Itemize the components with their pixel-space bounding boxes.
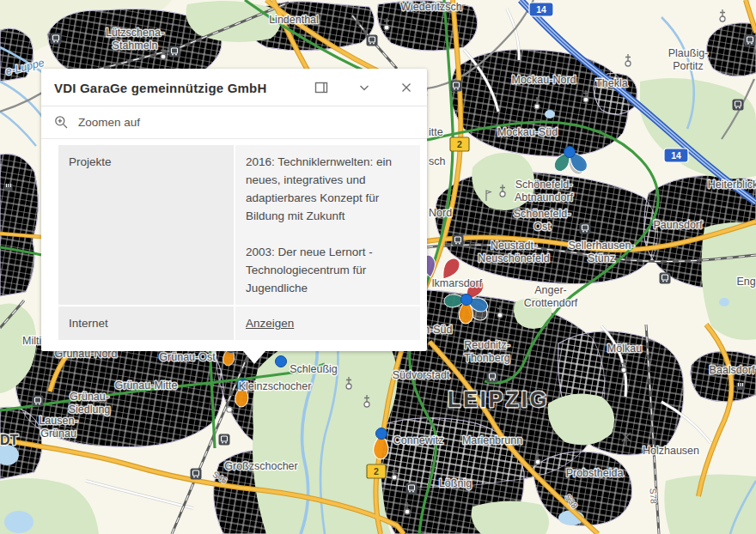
station-icon	[406, 483, 418, 495]
map-label: sch	[429, 155, 446, 167]
route-shield: 2	[367, 464, 386, 478]
map-label: Grünau-Mitte	[115, 379, 178, 391]
station-icon	[219, 434, 230, 446]
map-label: Schönefeld-Abtnaundorf	[515, 179, 574, 203]
station-icon	[51, 33, 62, 45]
map-application: 141422 WiederitzschLindenthalLützschena-…	[0, 0, 756, 534]
field-value-internet: Anzeigen	[235, 306, 420, 340]
map-label: Probstheida	[566, 467, 624, 479]
close-icon	[399, 81, 413, 94]
map-label: Lausen-Grünau	[39, 415, 77, 440]
map-label: Lützschena-Stahmeln	[106, 27, 164, 52]
map-marker[interactable]	[276, 356, 287, 367]
station-icon	[580, 223, 591, 234]
building-icon	[5, 184, 13, 191]
dock-window-button[interactable]	[313, 79, 331, 96]
station-icon	[487, 372, 498, 383]
map-label: LEIPZIG	[448, 387, 549, 411]
station-icon	[453, 235, 464, 246]
map-label: Heiterblick	[708, 179, 756, 191]
close-popup-button[interactable]	[398, 79, 415, 96]
map-label: Connewitz	[393, 434, 443, 446]
svg-text:2: 2	[457, 139, 462, 149]
map-label: Holzhausen	[643, 445, 699, 457]
station-icon	[33, 396, 44, 407]
map-label: Schleußig	[290, 363, 338, 375]
building-icon	[737, 383, 745, 390]
motorway-shield: 14	[529, 3, 553, 16]
map-label: Nord	[429, 207, 452, 219]
map-label: S78	[649, 488, 659, 505]
station-icon	[169, 46, 180, 58]
motorway-shield: 14	[664, 149, 688, 162]
feature-popup: VDI GaraGe gemeinnützige GmbH Zoomen auf…	[41, 69, 427, 351]
map-label: Lindenthal	[269, 14, 319, 26]
map-label: Kleinzschocher	[239, 380, 312, 392]
map-label: lkmarsdorf	[432, 277, 483, 289]
anzeigen-link[interactable]: Anzeigen	[246, 317, 294, 330]
zoom-to-label: Zoomen auf	[78, 116, 140, 129]
map-label: Lößnig	[439, 477, 472, 489]
map-label: Enge	[736, 276, 756, 288]
map-label: Südvorstadt	[393, 369, 450, 381]
map-label: Grünau-Ost	[159, 351, 216, 363]
field-label-projekte: Projekte	[58, 145, 234, 305]
svg-text:14: 14	[671, 150, 681, 161]
dock-window-icon	[314, 81, 329, 94]
popup-callout-arrow	[243, 351, 265, 364]
map-label: Reudnitz-Thonberg	[464, 339, 510, 364]
svg-text:2: 2	[374, 466, 379, 476]
zoom-to-action[interactable]: Zoomen auf	[41, 106, 427, 139]
station-icon	[660, 273, 671, 284]
station-icon	[745, 35, 756, 46]
route-shield: 2	[450, 137, 469, 151]
map-label: Grünau-Siedlung	[69, 391, 111, 416]
station-icon	[733, 100, 744, 111]
poi-icon	[227, 407, 232, 412]
field-value-projekte: 2016: Techniklernwelten: ein neues, inte…	[235, 145, 420, 305]
station-icon	[451, 81, 462, 92]
map-label: Plaußig-Portitz	[668, 47, 709, 72]
map-label: DT	[0, 433, 19, 447]
field-label-internet: Internet	[58, 306, 234, 340]
station-icon	[191, 469, 202, 480]
map-label: Wiederitzsch	[400, 1, 462, 13]
map-label: itte	[429, 126, 443, 138]
map-label: Marienbrunn	[462, 434, 522, 446]
map-label: Mockau-Nord	[511, 74, 576, 86]
map-label: Baalsdorf	[710, 364, 755, 376]
map-label: Großzschocher	[224, 460, 297, 472]
popup-actions	[313, 79, 415, 96]
map-label: Mölkau	[607, 343, 642, 355]
svg-text:14: 14	[536, 4, 546, 15]
station-icon	[367, 35, 378, 46]
map-label: Thekla	[595, 77, 628, 89]
popup-content: Projekte 2016: Techniklernwelten: ein ne…	[41, 139, 427, 351]
popup-title: VDI GaraGe gemeinnützige GmbH	[54, 81, 267, 95]
attribute-table: Projekte 2016: Techniklernwelten: ein ne…	[58, 145, 420, 340]
collapse-icon	[357, 81, 371, 94]
zoom-in-icon	[54, 115, 69, 130]
collapse-popup-button[interactable]	[356, 79, 373, 96]
map-label: Mockau-Süd	[497, 126, 558, 138]
map-label: Paunsdorf	[654, 219, 704, 231]
project-entry: 2003: Der neue Lernort - Technologiecent…	[246, 243, 410, 297]
popup-header: VDI GaraGe gemeinnützige GmbH	[41, 69, 427, 106]
project-entry: 2016: Techniklernwelten: ein neues, inte…	[246, 153, 410, 225]
